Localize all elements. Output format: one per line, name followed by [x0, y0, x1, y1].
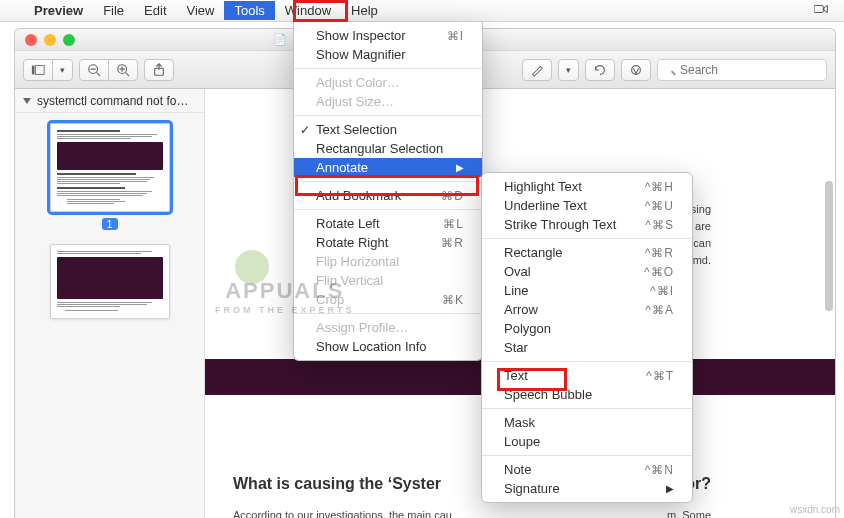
menu-shortcut: ⌘I — [447, 29, 464, 43]
tools-separator — [294, 209, 482, 210]
watermark: APPUALS FROM THE EXPERTS — [215, 280, 355, 315]
annotate-item-mask[interactable]: Mask — [482, 413, 692, 432]
tools-item-rotate-left[interactable]: Rotate Left⌘L — [294, 214, 482, 233]
annotate-item-label: Underline Text — [504, 198, 587, 213]
annotate-item-label: Line — [504, 283, 529, 298]
annotate-item-line[interactable]: Line^⌘I — [482, 281, 692, 300]
page-thumbnail-1[interactable] — [50, 123, 170, 212]
tools-item-label: Adjust Size… — [316, 94, 394, 109]
annotate-item-loupe[interactable]: Loupe — [482, 432, 692, 451]
view-mode-chevron[interactable]: ▾ — [52, 59, 73, 81]
document-proxy-icon[interactable]: 📄 — [273, 33, 287, 46]
annotate-separator — [482, 361, 692, 362]
search-field-wrap — [657, 59, 827, 81]
menubar-help[interactable]: Help — [341, 1, 388, 20]
markup-button[interactable] — [621, 59, 651, 81]
svg-line-4 — [97, 72, 101, 76]
maximize-button[interactable] — [63, 34, 75, 46]
disclosure-triangle-icon[interactable] — [23, 98, 31, 104]
tools-item-adjust-size-: Adjust Size… — [294, 92, 482, 111]
tools-item-rotate-right[interactable]: Rotate Right⌘R — [294, 233, 482, 252]
menu-shortcut: ^⌘T — [646, 369, 674, 383]
tools-item-assign-profile-: Assign Profile… — [294, 318, 482, 337]
menubar-app-name[interactable]: Preview — [24, 1, 93, 20]
annotate-item-note[interactable]: Note^⌘N — [482, 460, 692, 479]
annotate-item-underline-text[interactable]: Underline Text^⌘U — [482, 196, 692, 215]
sidebar-header[interactable]: systemctl command not fo… — [15, 89, 204, 113]
annotate-item-rectangle[interactable]: Rectangle^⌘R — [482, 243, 692, 262]
menu-shortcut: ^⌘O — [644, 265, 674, 279]
highlight-button[interactable] — [522, 59, 552, 81]
tools-item-rectangular-selection[interactable]: Rectangular Selection — [294, 139, 482, 158]
annotate-item-label: Signature — [504, 481, 560, 496]
search-input[interactable] — [657, 59, 827, 81]
minimize-button[interactable] — [44, 34, 56, 46]
tools-item-label: Rotate Left — [316, 216, 380, 231]
menu-shortcut: ^⌘A — [645, 303, 674, 317]
annotate-item-label: Mask — [504, 415, 535, 430]
annotate-item-label: Star — [504, 340, 528, 355]
tools-item-label: Flip Horizontal — [316, 254, 399, 269]
scrollbar-track[interactable] — [825, 181, 833, 510]
menubar-edit[interactable]: Edit — [134, 1, 176, 20]
watermark-icon — [235, 250, 269, 284]
video-icon[interactable] — [814, 2, 834, 19]
menu-shortcut: ⌘L — [443, 217, 464, 231]
page-thumbnail-2[interactable] — [50, 244, 170, 319]
annotate-item-star[interactable]: Star — [482, 338, 692, 357]
highlight-chevron[interactable]: ▾ — [558, 59, 579, 81]
menu-shortcut: ^⌘S — [645, 218, 674, 232]
annotate-item-strike-through-text[interactable]: Strike Through Text^⌘S — [482, 215, 692, 234]
zoom-in-button[interactable] — [108, 59, 138, 81]
menu-shortcut: ⌘R — [441, 236, 464, 250]
tools-item-label: Assign Profile… — [316, 320, 408, 335]
tools-item-label: Annotate — [316, 160, 368, 175]
menubar-tools[interactable]: Tools — [224, 1, 274, 20]
sidebar-view-control: ▾ — [23, 59, 73, 81]
annotate-item-label: Highlight Text — [504, 179, 582, 194]
annotate-item-arrow[interactable]: Arrow^⌘A — [482, 300, 692, 319]
macos-menubar: Preview File Edit View Tools Window Help — [0, 0, 844, 22]
view-mode-button[interactable] — [23, 59, 53, 81]
annotate-item-highlight-text[interactable]: Highlight Text^⌘H — [482, 177, 692, 196]
zoom-out-button[interactable] — [79, 59, 109, 81]
svg-rect-2 — [35, 65, 44, 74]
tools-separator — [294, 115, 482, 116]
tools-item-show-magnifier[interactable]: Show Magnifier — [294, 45, 482, 64]
scrollbar-thumb[interactable] — [825, 181, 833, 311]
annotate-item-oval[interactable]: Oval^⌘O — [482, 262, 692, 281]
tools-item-add-bookmark[interactable]: Add Bookmark⌘D — [294, 186, 482, 205]
tools-item-annotate[interactable]: Annotate▶ — [294, 158, 482, 177]
tools-separator — [294, 181, 482, 182]
annotate-item-polygon[interactable]: Polygon — [482, 319, 692, 338]
close-button[interactable] — [25, 34, 37, 46]
tools-separator — [294, 68, 482, 69]
annotate-item-signature[interactable]: Signature▶ — [482, 479, 692, 498]
menubar-file[interactable]: File — [93, 1, 134, 20]
tools-item-show-inspector[interactable]: Show Inspector⌘I — [294, 26, 482, 45]
annotate-item-speech-bubble[interactable]: Speech Bubble — [482, 385, 692, 404]
svg-line-7 — [126, 72, 130, 76]
share-button[interactable] — [144, 59, 174, 81]
tools-item-text-selection[interactable]: ✓Text Selection — [294, 120, 482, 139]
rotate-button[interactable] — [585, 59, 615, 81]
page-number-badge: 1 — [102, 218, 118, 230]
menu-shortcut: ⌘K — [442, 293, 464, 307]
menubar-view[interactable]: View — [177, 1, 225, 20]
tools-item-show-location-info[interactable]: Show Location Info — [294, 337, 482, 356]
svg-rect-0 — [814, 6, 823, 13]
annotate-item-label: Note — [504, 462, 531, 477]
zoom-controls — [79, 59, 138, 81]
watermark-subtext: FROM THE EXPERTS — [215, 306, 355, 315]
tools-item-adjust-color-: Adjust Color… — [294, 73, 482, 92]
menubar-window[interactable]: Window — [275, 1, 341, 20]
annotate-item-label: Arrow — [504, 302, 538, 317]
menu-shortcut: ^⌘R — [645, 246, 674, 260]
annotate-item-label: Text — [504, 368, 528, 383]
annotate-item-label: Oval — [504, 264, 531, 279]
heading-2: What is causing the ‘Syster — [233, 475, 441, 493]
body-text: According to our investigations, the mai… — [233, 507, 452, 518]
menu-shortcut: ⌘D — [441, 189, 464, 203]
annotate-item-text[interactable]: Text^⌘T — [482, 366, 692, 385]
menu-shortcut: ^⌘H — [645, 180, 674, 194]
